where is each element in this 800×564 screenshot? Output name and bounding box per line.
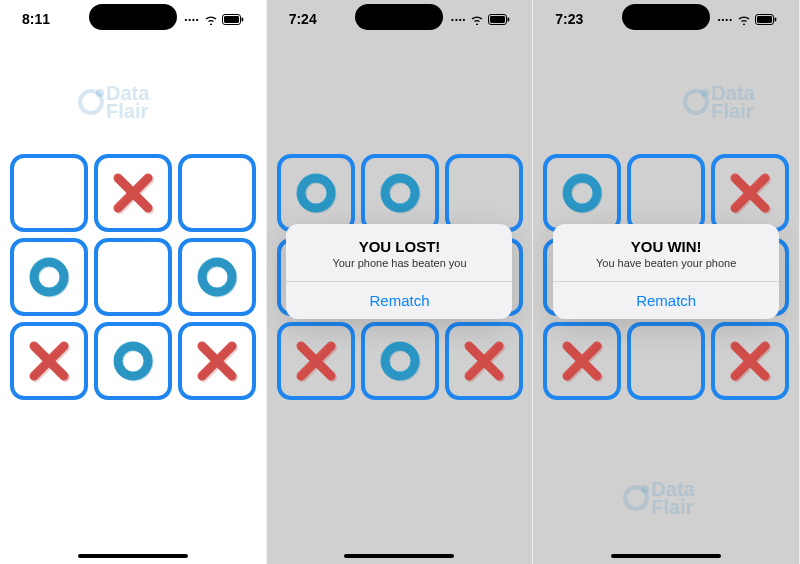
o-mark-icon [377,338,423,384]
o-mark-icon [559,170,605,216]
cell-2-1[interactable] [627,322,705,400]
phone-screen-2: 7:24 •••• YOU LOST! Your phone has beate… [267,0,534,564]
notch [622,4,710,30]
x-mark-icon [110,170,156,216]
battery-icon [488,14,510,25]
status-right: •••• [718,14,777,25]
cell-1-1[interactable] [94,238,172,316]
o-mark-icon [377,170,423,216]
status-time: 7:23 [555,11,583,27]
alert-message: You have beaten your phone [553,255,779,281]
watermark: DataFlair [623,480,694,516]
home-indicator[interactable] [78,554,188,558]
x-mark-icon [559,338,605,384]
status-bar: 7:23 •••• [533,0,799,38]
cell-2-2[interactable] [178,322,256,400]
cell-1-2[interactable] [178,238,256,316]
x-mark-icon [26,338,72,384]
svg-rect-2 [241,17,243,21]
home-indicator[interactable] [344,554,454,558]
x-mark-icon [727,338,773,384]
svg-point-25 [302,179,332,209]
watermark: DataFlair [683,84,754,120]
result-alert: YOU WIN! You have beaten your phone Rema… [553,224,779,319]
alert-title: YOU LOST! [286,224,512,255]
status-right: •••• [184,14,243,25]
svg-rect-22 [490,16,505,23]
rematch-button[interactable]: Rematch [553,281,779,319]
svg-rect-46 [774,17,776,21]
status-time: 7:24 [289,11,317,27]
cell-0-0[interactable] [543,154,621,232]
rematch-button[interactable]: Rematch [286,281,512,319]
x-mark-icon [727,170,773,216]
notch [89,4,177,30]
svg-point-16 [119,347,149,377]
svg-rect-1 [224,16,239,23]
cell-0-1[interactable] [94,154,172,232]
battery-icon [222,14,244,25]
status-bar: 7:24 •••• [267,0,533,38]
svg-rect-45 [757,16,772,23]
cell-0-2[interactable] [711,154,789,232]
signal-dots-icon: •••• [718,15,733,24]
cell-0-1[interactable] [627,154,705,232]
cell-2-1[interactable] [361,322,439,400]
o-mark-icon [194,254,240,300]
x-mark-icon [194,338,240,384]
svg-point-10 [203,263,233,293]
o-mark-icon [293,170,339,216]
game-board [10,154,256,400]
home-indicator[interactable] [611,554,721,558]
svg-point-39 [386,347,416,377]
x-mark-icon [461,338,507,384]
alert-title: YOU WIN! [553,224,779,255]
cell-0-0[interactable] [10,154,88,232]
x-mark-icon [293,338,339,384]
svg-point-48 [568,179,598,209]
watermark: DataFlair [78,84,149,120]
signal-dots-icon: •••• [451,15,466,24]
cell-0-2[interactable] [445,154,523,232]
cell-1-0[interactable] [10,238,88,316]
cell-2-2[interactable] [445,322,523,400]
alert-message: Your phone has beaten you [286,255,512,281]
battery-icon [755,14,777,25]
phone-screen-1: 8:11 •••• DataFlair [0,0,267,564]
o-mark-icon [110,338,156,384]
signal-dots-icon: •••• [184,15,199,24]
svg-rect-23 [508,17,510,21]
status-time: 8:11 [22,11,50,27]
cell-2-2[interactable] [711,322,789,400]
result-alert: YOU LOST! Your phone has beaten you Rema… [286,224,512,319]
status-right: •••• [451,14,510,25]
notch [355,4,443,30]
svg-point-27 [386,179,416,209]
cell-2-1[interactable] [94,322,172,400]
cell-2-0[interactable] [277,322,355,400]
cell-0-1[interactable] [361,154,439,232]
o-mark-icon [26,254,72,300]
wifi-icon [204,14,218,25]
cell-0-2[interactable] [178,154,256,232]
svg-point-8 [35,263,65,293]
wifi-icon [470,14,484,25]
cell-0-0[interactable] [277,154,355,232]
phone-screen-3: 7:23 •••• DataFlair DataFlair YOU WIN! [533,0,800,564]
cell-2-0[interactable] [543,322,621,400]
cell-2-0[interactable] [10,322,88,400]
wifi-icon [737,14,751,25]
status-bar: 8:11 •••• [0,0,266,38]
